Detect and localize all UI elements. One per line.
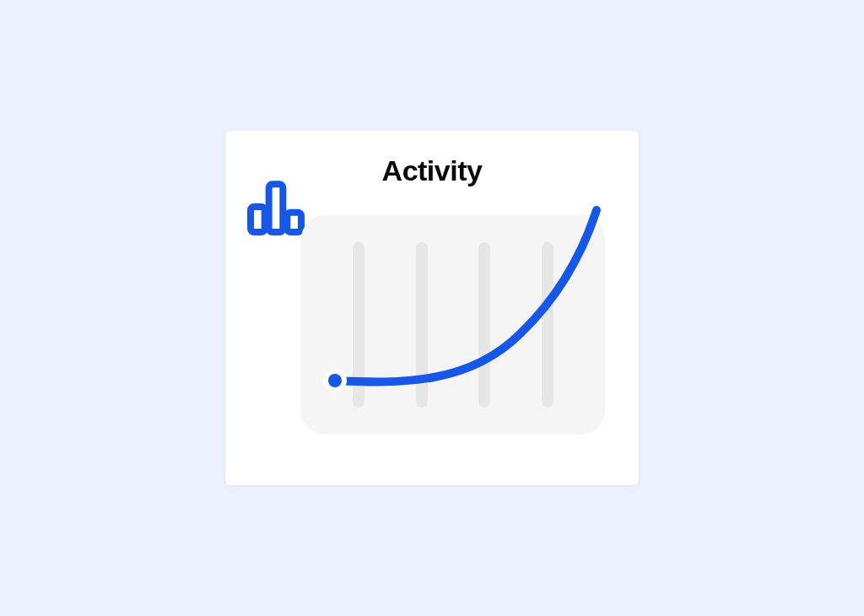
svg-rect-2	[287, 213, 301, 232]
bar-chart-icon	[242, 173, 310, 244]
svg-rect-0	[251, 207, 265, 232]
activity-curve	[301, 215, 605, 435]
chart-panel	[301, 215, 605, 435]
svg-rect-1	[269, 184, 284, 232]
svg-point-4	[328, 374, 342, 387]
card-title: Activity	[382, 154, 483, 187]
activity-card: Activity	[225, 131, 639, 485]
